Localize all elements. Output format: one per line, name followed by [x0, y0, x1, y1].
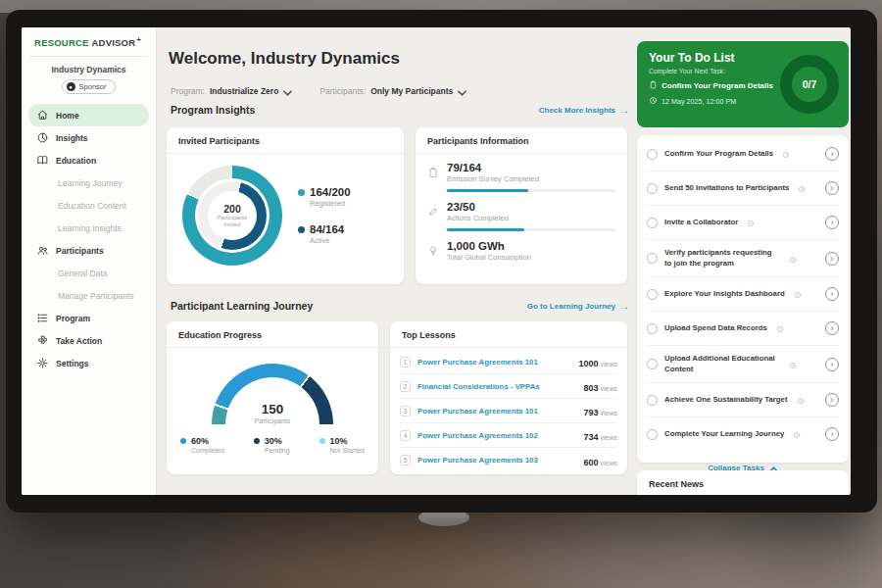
sponsor-badge[interactable]: ● Sponsor [62, 79, 117, 94]
todo-progress-value: 0/7 [803, 78, 817, 90]
sidebar: RESOURCE ADVISOR + Industry Dynamics ● S… [22, 27, 157, 495]
task-row: Verify participants requesting to join t… [647, 240, 839, 277]
leaf-icon [427, 204, 439, 216]
task-checkbox[interactable] [647, 323, 658, 334]
sidebar-item-general-data[interactable]: General Data [28, 262, 149, 284]
lesson-link[interactable]: Power Purchase Agreements 101 [417, 358, 571, 367]
clock-icon [789, 250, 797, 268]
recent-news-card: Recent News [637, 470, 849, 495]
clipboard-icon [649, 80, 658, 91]
filter-bar: Program: Industrialize Zero Participants… [171, 82, 466, 100]
task-row: Upload Additional Educational Content › [647, 346, 839, 383]
lesson-link[interactable]: Power Purchase Agreements 103 [417, 456, 576, 465]
legend-dot [180, 438, 186, 444]
clock-icon [789, 356, 797, 373]
sidebar-item-label: Home [56, 111, 79, 121]
progress-fill [447, 189, 528, 192]
puzzle-icon [36, 334, 49, 347]
clock-icon [797, 391, 805, 409]
todo-due-date: 12 May 2025, 12:00 PM [662, 97, 736, 106]
brand-plus: + [136, 35, 141, 44]
task-open-button[interactable]: › [825, 216, 839, 229]
lesson-row: 4 Power Purchase Agreements 102 734views [400, 423, 617, 448]
arrow-right-icon: → [619, 105, 629, 116]
participants-select[interactable]: Participants: Only My Participants [319, 82, 466, 100]
go-to-learning-journey-link[interactable]: Go to Learning Journey → [527, 301, 629, 312]
sidebar-item-education-content[interactable]: Education Content [28, 194, 149, 217]
invited-total-label: Participants Invited [212, 215, 253, 228]
legend-dot [298, 226, 305, 233]
gauge-label: Participants [255, 417, 291, 424]
lessons-list: 1 Power Purchase Agreements 101 1000view… [390, 348, 627, 472]
stat-global-consumption: 1,000 GWh Total Global Consumption [427, 240, 615, 262]
invited-participants-card: Invited Participants 200 Participants In… [167, 127, 404, 284]
brand-primary: RESOURCE [34, 37, 88, 48]
check-more-insights-link[interactable]: Check More Insights → [539, 105, 629, 116]
task-checkbox[interactable] [647, 218, 658, 228]
task-open-button[interactable]: › [825, 147, 839, 161]
task-open-button[interactable]: › [825, 427, 839, 441]
learning-journey-header: Participant Learning Journey Go to Learn… [171, 300, 629, 312]
home-icon [36, 109, 49, 122]
sidebar-item-learning-insights[interactable]: Learning Insights [28, 217, 149, 239]
top-lessons-card: Top Lessons 1 Power Purchase Agreements … [390, 321, 627, 474]
rank-badge: 3 [400, 406, 411, 416]
task-checkbox[interactable] [647, 253, 658, 264]
sidebar-item-program[interactable]: Program [28, 307, 149, 329]
page-title: Welcome, Industry Dynamics [169, 49, 400, 69]
sidebar-item-manage-participants[interactable]: Manage Participants [28, 284, 149, 307]
invited-donut-chart: 200 Participants Invited [182, 166, 282, 266]
sidebar-item-learning-journey[interactable]: Learning Journey [28, 172, 149, 194]
people-icon [36, 244, 49, 257]
task-open-button[interactable]: › [825, 358, 839, 371]
invited-legend: 164/200 Registered 84/164 Active [298, 186, 351, 245]
sidebar-item-label: Education [56, 156, 96, 166]
app-window: RESOURCE ADVISOR + Industry Dynamics ● S… [22, 27, 851, 495]
task-checkbox[interactable] [647, 429, 658, 440]
sidebar-item-settings[interactable]: Settings [28, 352, 149, 374]
task-open-button[interactable]: › [825, 393, 839, 407]
task-row: Achieve One Sustainability Target › [647, 383, 839, 417]
sidebar-item-participants[interactable]: Participants [28, 239, 149, 262]
task-open-button[interactable]: › [825, 287, 839, 301]
task-checkbox[interactable] [647, 183, 658, 194]
task-row: Invite a Collaborator › [647, 206, 839, 240]
lesson-link[interactable]: Power Purchase Agreements 102 [417, 431, 576, 440]
lesson-link[interactable]: Power Purchase Agreements 101 [417, 407, 576, 416]
gear-icon [36, 357, 49, 369]
program-insights-header: Program Insights Check More Insights → [171, 104, 629, 116]
task-row: Confirm Your Program Details › [647, 137, 839, 172]
education-legend: 60% Completed 30% Pending [167, 428, 378, 454]
todo-summary-panel: Your To Do List Complete Your Next Task:… [637, 41, 849, 127]
sidebar-item-home[interactable]: Home [28, 104, 149, 126]
education-gauge-chart: 150 Participants [212, 364, 333, 424]
chevron-down-icon [458, 82, 466, 100]
sidebar-item-education[interactable]: Education [28, 149, 149, 172]
task-checkbox[interactable] [647, 289, 658, 300]
rank-badge: 1 [400, 357, 411, 368]
task-checkbox[interactable] [647, 359, 658, 369]
task-row: Complete Your Learning Journey › [647, 417, 839, 451]
list-icon [36, 312, 49, 324]
task-checkbox[interactable] [647, 149, 658, 160]
lesson-link[interactable]: Financial Considerations - VPPAs [417, 382, 576, 391]
insights-icon [36, 131, 49, 144]
task-open-button[interactable]: › [825, 181, 839, 195]
card-title: Recent News [637, 470, 849, 495]
legend-not-started: 10% Not Started [319, 436, 365, 454]
task-open-button[interactable]: › [825, 252, 839, 266]
desk-scene: RESOURCE ADVISOR + Industry Dynamics ● S… [0, 0, 882, 588]
chevron-down-icon [283, 82, 292, 100]
participants-select-value: Only My Participants [370, 86, 453, 96]
task-row: Send 50 Invitations to Participants › [647, 172, 839, 206]
program-select[interactable]: Program: Industrialize Zero [171, 82, 292, 100]
legend-dot [319, 438, 325, 444]
education-progress-card: Education Progress 150 Participants 60% [167, 321, 378, 474]
todo-task-list: Confirm Your Program Details › Send 50 I… [637, 135, 849, 463]
task-checkbox[interactable] [647, 395, 658, 406]
task-open-button[interactable]: › [825, 321, 839, 335]
clock-icon [793, 425, 801, 443]
clock-icon [747, 214, 755, 231]
sidebar-item-insights[interactable]: Insights [28, 126, 149, 149]
sidebar-item-take-action[interactable]: Take Action [28, 329, 149, 352]
